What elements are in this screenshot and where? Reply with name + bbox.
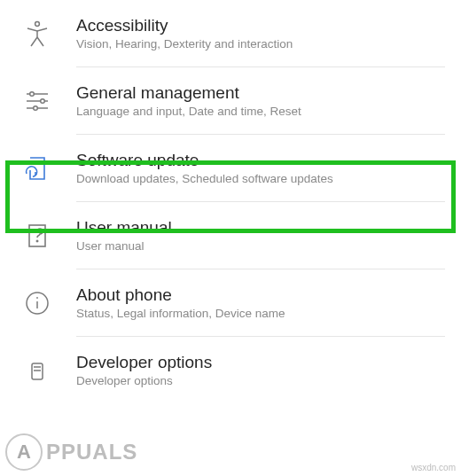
settings-item-title: Accessibility: [76, 16, 445, 35]
settings-item-user-manual[interactable]: User manual User manual: [0, 202, 461, 269]
settings-item-subtitle: Language and input, Date and time, Reset: [76, 105, 445, 118]
settings-item-text: User manual User manual: [76, 218, 445, 253]
settings-item-text: Developer options Developer options: [76, 353, 445, 387]
manual-icon: [21, 220, 53, 252]
watermark-logo: A: [5, 433, 43, 471]
settings-item-text: General management Language and input, D…: [76, 83, 445, 118]
settings-item-text: Software update Download updates, Schedu…: [76, 151, 445, 185]
developer-icon: [21, 355, 53, 386]
svg-point-10: [36, 297, 38, 299]
settings-item-title: User manual: [76, 218, 445, 238]
svg-point-0: [35, 21, 40, 26]
sliders-icon: [21, 85, 53, 117]
settings-item-text: Accessibility Vision, Hearing, Dexterity…: [76, 16, 445, 51]
settings-item-software-update[interactable]: Software update Download updates, Schedu…: [0, 135, 461, 201]
settings-item-subtitle: Download updates, Scheduled software upd…: [76, 172, 445, 185]
credit-text: wsxdn.com: [411, 463, 456, 472]
accessibility-icon: [21, 18, 53, 50]
settings-item-developer-options[interactable]: Developer options Developer options: [0, 337, 461, 403]
info-icon: [21, 287, 53, 319]
settings-item-about-phone[interactable]: About phone Status, Legal information, D…: [0, 269, 461, 336]
svg-point-2: [30, 91, 35, 96]
svg-point-6: [34, 105, 38, 110]
settings-item-subtitle: User manual: [76, 239, 445, 253]
update-icon: [21, 152, 53, 184]
settings-item-title: Software update: [76, 151, 445, 170]
settings-item-general-management[interactable]: General management Language and input, D…: [0, 67, 461, 134]
settings-item-subtitle: Developer options: [76, 374, 445, 387]
settings-item-title: Developer options: [76, 353, 445, 372]
watermark-text: PPUALS: [46, 440, 137, 464]
settings-item-text: About phone Status, Legal information, D…: [76, 285, 445, 320]
settings-item-title: General management: [76, 83, 445, 103]
settings-list: Accessibility Vision, Hearing, Dexterity…: [0, 0, 461, 403]
settings-item-subtitle: Vision, Hearing, Dexterity and interacti…: [76, 37, 445, 51]
svg-point-8: [36, 240, 37, 241]
settings-item-title: About phone: [76, 285, 445, 305]
settings-item-subtitle: Status, Legal information, Device name: [76, 307, 445, 320]
settings-item-accessibility[interactable]: Accessibility Vision, Hearing, Dexterity…: [0, 0, 461, 66]
watermark: A PPUALS: [5, 433, 137, 471]
svg-rect-12: [32, 363, 43, 379]
svg-point-4: [41, 98, 45, 103]
